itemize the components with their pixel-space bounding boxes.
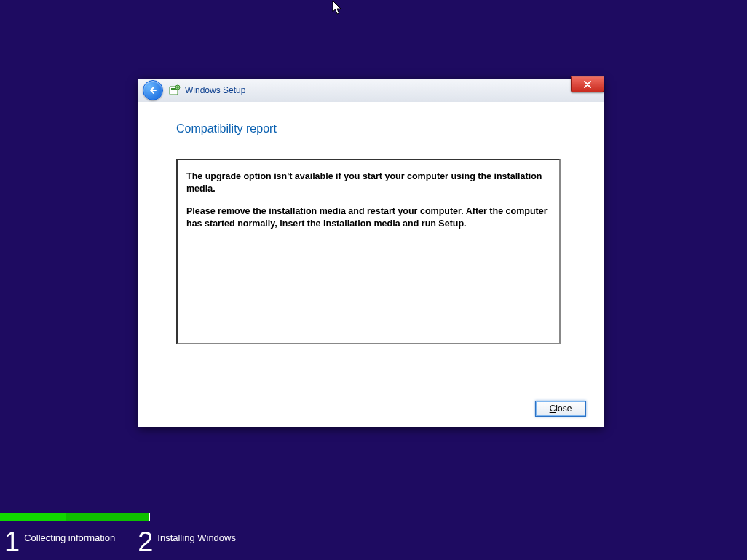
setup-icon [169,84,181,96]
close-button-label-rest: lose [556,403,572,414]
back-arrow-icon [148,85,158,95]
step-separator [124,529,125,558]
close-icon [583,81,592,88]
progress-seg-1-fill [0,513,66,521]
install-progress-bar: 1 Collecting information 2 Installing Wi… [0,513,747,560]
dialog-title: Windows Setup [185,85,245,95]
windows-setup-dialog: Windows Setup Compatibility report The u… [138,79,604,427]
progress-seg-2 [150,513,747,521]
step-installing-windows: 2 Installing Windows [133,525,236,556]
progress-track [0,513,747,521]
compatibility-heading: Compatibility report [176,122,604,135]
mouse-cursor [332,0,344,19]
titlebar: Windows Setup [138,79,604,103]
step-2-label: Installing Windows [157,532,236,543]
step-2-number: 2 [138,528,153,556]
back-button[interactable] [143,80,163,100]
step-1-label: Collecting information [24,532,115,543]
dialog-content: Compatibility report The upgrade option … [138,102,604,427]
step-1-number: 1 [4,528,20,556]
report-message-2: Please remove the installation media and… [186,205,550,230]
compatibility-report-box: The upgrade option isn't available if yo… [176,159,561,344]
step-collecting-info: 1 Collecting information [0,525,115,556]
window-close-button[interactable] [571,76,604,92]
report-message-1: The upgrade option isn't available if yo… [186,170,550,195]
close-button[interactable]: Close [535,401,586,417]
install-steps: 1 Collecting information 2 Installing Wi… [0,521,747,560]
